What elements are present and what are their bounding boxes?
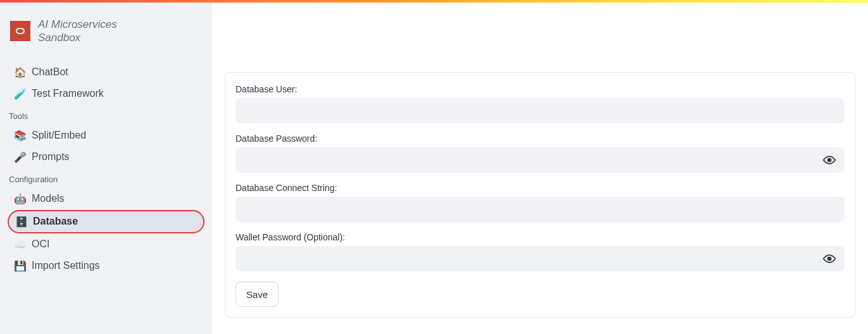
test-tube-icon: 🧪 xyxy=(14,88,27,100)
database-config-panel: Database User: Database Password: Databa… xyxy=(225,72,855,318)
nav-section-tools: Tools xyxy=(8,105,204,125)
db-password-input[interactable] xyxy=(236,147,845,173)
field-db-password: Database Password: xyxy=(236,133,845,173)
svg-point-1 xyxy=(828,257,831,261)
brand-title-line1: AI Microservices xyxy=(38,18,117,31)
db-user-input[interactable] xyxy=(236,98,845,123)
sidebar-item-label: OCI xyxy=(32,238,49,250)
db-connect-string-input[interactable] xyxy=(236,197,845,222)
books-icon: 📚 xyxy=(14,130,27,142)
sidebar-item-models[interactable]: 🤖 Models xyxy=(8,189,204,209)
sidebar-item-split-embed[interactable]: 📚 Split/Embed xyxy=(8,125,204,146)
sidebar-item-label: Import Settings xyxy=(32,260,100,271)
sidebar-item-import-settings[interactable]: 💾 Import Settings xyxy=(8,256,204,276)
sidebar-item-label: Split/Embed xyxy=(32,130,86,141)
brand-block: AI Microservices Sandbox xyxy=(8,3,204,56)
sidebar-item-chatbot[interactable]: 🏠 ChatBot xyxy=(8,62,204,83)
sidebar-item-database[interactable]: 🗄️ Database xyxy=(8,210,204,233)
main-content: Database User: Database Password: Databa… xyxy=(212,3,868,334)
brand-title-line2: Sandbox xyxy=(38,31,117,44)
sidebar-item-test-framework[interactable]: 🧪 Test Framework xyxy=(8,84,204,104)
sidebar-item-label: Models xyxy=(32,193,65,204)
brand-title: AI Microservices Sandbox xyxy=(38,18,117,45)
sidebar-item-label: Test Framework xyxy=(32,88,104,99)
sidebar-item-oci[interactable]: ☁️ OCI xyxy=(8,234,204,255)
field-label: Database User: xyxy=(236,84,845,94)
sidebar-item-label: ChatBot xyxy=(32,66,68,78)
sidebar-item-label: Database xyxy=(33,216,78,227)
brand-logo-icon xyxy=(10,21,30,41)
field-label: Database Connect String: xyxy=(236,183,845,193)
house-icon: 🏠 xyxy=(14,66,27,78)
nav-primary: 🏠 ChatBot 🧪 Test Framework Tools 📚 Split… xyxy=(8,56,204,276)
wallet-password-input[interactable] xyxy=(236,246,845,271)
floppy-disk-icon: 💾 xyxy=(14,260,27,272)
field-db-connect-string: Database Connect String: xyxy=(236,183,845,222)
svg-point-0 xyxy=(828,159,831,162)
field-wallet-password: Wallet Password (Optional): xyxy=(236,232,845,271)
save-button[interactable]: Save xyxy=(236,281,279,307)
cloud-icon: ☁️ xyxy=(14,238,27,250)
field-label: Wallet Password (Optional): xyxy=(236,232,845,242)
microphone-icon: 🎤 xyxy=(14,151,27,163)
robot-icon: 🤖 xyxy=(14,193,27,205)
sidebar-item-label: Prompts xyxy=(32,151,70,163)
eye-icon[interactable] xyxy=(821,147,838,173)
field-db-user: Database User: xyxy=(236,84,845,123)
eye-icon[interactable] xyxy=(821,246,838,271)
nav-section-configuration: Configuration xyxy=(8,168,204,188)
field-label: Database Password: xyxy=(236,133,845,144)
database-icon: 🗄️ xyxy=(15,216,28,228)
sidebar-item-prompts[interactable]: 🎤 Prompts xyxy=(8,147,204,168)
sidebar: AI Microservices Sandbox 🏠 ChatBot 🧪 Tes… xyxy=(0,3,212,334)
